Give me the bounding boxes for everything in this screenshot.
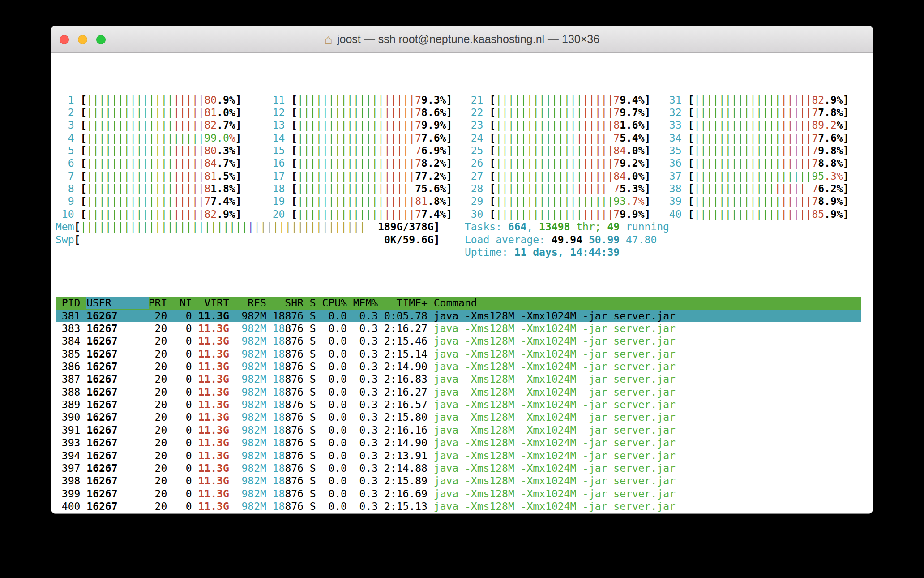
process-row-384[interactable]: 384 16267 20 0 11.3G 982M 18876 S 0.0 0.… (56, 335, 861, 347)
meter-gap (365, 221, 378, 233)
meter-gap (409, 145, 415, 156)
virt-cell: 11.3G (192, 411, 229, 423)
process-row-397[interactable]: 397 16267 20 0 11.3G 982M 18876 S 0.0 0.… (56, 462, 861, 474)
process-row-400[interactable]: 400 16267 20 0 11.3G 982M 18876 S 0.0 0.… (56, 500, 861, 513)
user-cell: 16267 (86, 323, 148, 334)
meter-bar-green: |||||||||||||| (694, 107, 781, 118)
virt-cell: 11.3G (192, 348, 229, 360)
meter-open-bracket: [ (483, 208, 496, 220)
table-header[interactable]: PID USER PRI NI VIRT RES SHR S CPU% MEM%… (56, 297, 861, 309)
process-row-399[interactable]: 399 16267 20 0 11.3G 982M 18876 S 0.0 0.… (56, 487, 861, 500)
user-cell: 16267 (86, 399, 148, 410)
process-row-398[interactable]: 398 16267 20 0 11.3G 982M 18876 S 0.0 0.… (56, 474, 861, 487)
meter-close-bracket: ] (235, 183, 242, 194)
cpu-meter-23: 23 [|||||||||||||||||||81.6%] (465, 119, 650, 131)
meter-bar-red: ||||| (781, 157, 812, 169)
meter-open-bracket: [ (483, 107, 496, 118)
user-cell: 16267 (86, 335, 148, 347)
meter-bar-green: ||||||||||||| (694, 183, 774, 194)
cpu-label: 7 (56, 170, 74, 182)
zoom-button[interactable] (96, 35, 106, 44)
process-row-390[interactable]: 390 16267 20 0 11.3G 982M 18876 S 0.0 0.… (56, 411, 861, 423)
cpu-meter-10: 10 [|||||||||||||||||||82.9%] (56, 208, 241, 220)
meter-bar-red: ||||| (582, 119, 613, 131)
process-row-387[interactable]: 387 16267 20 0 11.3G 982M 18876 S 0.0 0.… (56, 373, 861, 385)
shr-cell: 876 (285, 386, 304, 398)
close-button[interactable] (60, 35, 69, 44)
virt-cell: 11.3G (192, 373, 229, 385)
command-cell: java -Xms128M -Xmx1024M -jar server.jar (434, 310, 861, 322)
command-cell: java -Xms128M -Xmx1024M -jar server.jar (434, 348, 861, 360)
load-average: Load average: 49.94 50.99 47.80 (465, 233, 657, 246)
meter-open-bracket: [ (483, 132, 496, 144)
process-row-386[interactable]: 386 16267 20 0 11.3G 982M 18876 S 0.0 0.… (56, 360, 861, 373)
cpu-label: 3 (56, 119, 74, 131)
meter-bar-green: |||||||||||||| (297, 94, 384, 106)
cpu-meter-4: 4 [|||||||||||||||||||99.0%] (56, 132, 241, 144)
tasks-text: Tasks: (465, 221, 508, 233)
command-cell: java -Xms128M -Xmx1024M -jar server.jar (434, 323, 861, 334)
process-row-391[interactable]: 391 16267 20 0 11.3G 982M 18876 S 0.0 0.… (56, 424, 861, 436)
res-cell: 982M (229, 513, 266, 514)
meter-bar-green: |||||||||||||| (86, 183, 173, 194)
process-row-393[interactable]: 393 16267 20 0 11.3G 982M 18876 S 0.0 0.… (56, 436, 861, 449)
cpu-meter-15: 15 [|||||||||||||||||| 76.9%] (266, 144, 452, 157)
meter-bar-red: ||||| (576, 183, 607, 194)
mem-cache-bar: |||||||||||||||||| (254, 221, 365, 233)
meter-value: .0% (626, 170, 645, 182)
process-row-388[interactable]: 388 16267 20 0 11.3G 982M 18876 S 0.0 0.… (56, 386, 861, 398)
time-cell: 2:14.88 (378, 462, 434, 474)
pid-cell: 387 (56, 373, 86, 385)
cpu-meter-31: 31 [|||||||||||||||||||82.9%] (663, 94, 849, 106)
cpu-label: 33 (663, 119, 682, 131)
cpu-label: 32 (663, 107, 682, 118)
pri-cell: 20 (149, 500, 167, 512)
time-cell: 0:05.78 (378, 310, 434, 322)
meter-value: 7 (812, 183, 818, 194)
meter-value: 7.6% (421, 132, 446, 144)
meter-bar-green: |||||||||||||| (297, 195, 384, 207)
meter-open-bracket: [ (682, 195, 694, 207)
column-header-user-sorted[interactable]: USER (86, 297, 148, 309)
process-row-383[interactable]: 383 16267 20 0 11.3G 982M 18876 S 0.0 0.… (56, 322, 861, 335)
cpu-meter-25: 25 [|||||||||||||||||||84.0%] (465, 144, 650, 157)
column-header-pid[interactable]: PID (56, 297, 86, 309)
meter-bar-red: ||||| (384, 132, 415, 144)
ni-cell: 0 (167, 488, 192, 500)
uptime-text: 11 days, 14:44:39 (514, 246, 620, 258)
state-cell: S (304, 335, 316, 347)
pid-cell: 394 (56, 450, 86, 462)
cpu-meter-1: 1 [|||||||||||||||||||80.9%] (56, 94, 241, 106)
virt-cell: 11.3G (192, 361, 229, 372)
pri-cell: 20 (149, 450, 167, 462)
minimize-button[interactable] (78, 35, 87, 44)
cpu-label: 4 (56, 132, 74, 144)
process-table: PID USER PRI NI VIRT RES SHR S CPU% MEM%… (56, 297, 873, 514)
shr-cell: 18 (266, 361, 285, 372)
column-headers[interactable]: PRI NI VIRT RES SHR S CPU% MEM% TIME+ (149, 297, 434, 309)
cpu-cell: 0.0 (316, 475, 347, 487)
process-row-381[interactable]: 381 16267 20 0 11.3G 982M 18876 S 0.0 0.… (56, 310, 861, 322)
process-row-394[interactable]: 394 16267 20 0 11.3G 982M 18876 S 0.0 0.… (56, 449, 861, 462)
pri-cell: 20 (149, 348, 167, 360)
cpu-cell: 0.0 (316, 310, 347, 322)
column-header-command[interactable]: Command (434, 297, 861, 309)
user-cell: 16267 (86, 411, 148, 423)
meter-value: 6.2% (818, 183, 843, 194)
meter-gap (409, 183, 415, 194)
meter-bar-green: |||||||||||||| (297, 119, 384, 131)
cpu-meter-22: 22 [|||||||||||||||||||79.7%] (465, 106, 650, 119)
meter-open-bracket: [ (682, 157, 694, 169)
user-cell: 16267 (86, 488, 148, 500)
cpu-label: 11 (266, 94, 285, 106)
title-bar[interactable]: ⌂ joost — ssh root@neptune.kaashosting.n… (51, 26, 873, 53)
cpu-label: 35 (663, 145, 682, 156)
meter-value: 84 (204, 157, 217, 169)
state-cell: S (304, 513, 316, 514)
process-row-401[interactable]: 401 16267 20 0 11.3G 982M 18876 S 0.0 0.… (56, 513, 861, 514)
meter-bar-green: ||||||||||||||||||| (86, 132, 204, 144)
load-text: 49.94 (552, 234, 582, 246)
process-row-385[interactable]: 385 16267 20 0 11.3G 982M 18876 S 0.0 0.… (56, 348, 861, 360)
process-row-389[interactable]: 389 16267 20 0 11.3G 982M 18876 S 0.0 0.… (56, 398, 861, 411)
meter-value: 7 (613, 183, 620, 194)
